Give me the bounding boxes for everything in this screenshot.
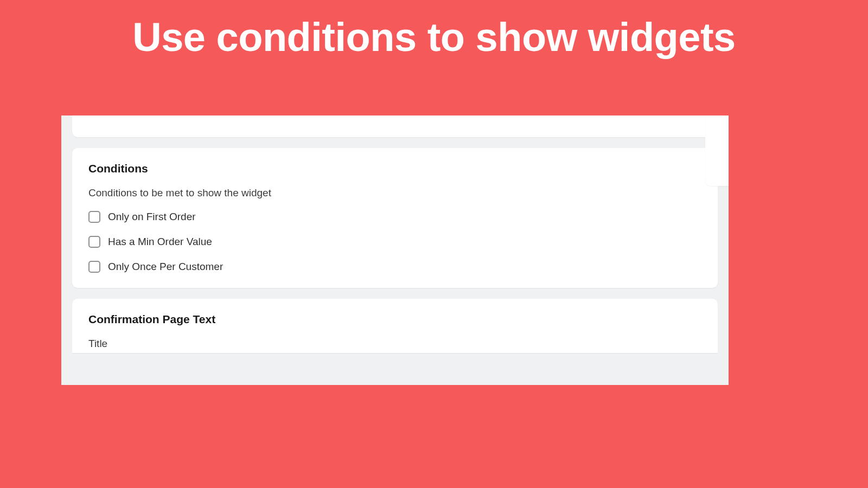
confirmation-heading: Confirmation Page Text: [88, 313, 701, 326]
condition-row-min-order: Has a Min Order Value: [88, 236, 701, 248]
page-headline: Use conditions to show widgets: [0, 0, 868, 59]
checkbox-label-first-order[interactable]: Only on First Order: [108, 211, 196, 223]
conditions-card: Conditions Conditions to be met to show …: [72, 148, 718, 288]
conditions-description: Conditions to be met to show the widget: [88, 187, 701, 199]
checkbox-label-min-order[interactable]: Has a Min Order Value: [108, 236, 212, 248]
confirmation-title-label: Title: [88, 338, 701, 350]
checkbox-first-order[interactable]: [88, 211, 100, 223]
checkbox-label-once-per-customer[interactable]: Only Once Per Customer: [108, 261, 223, 273]
previous-card-fragment: [72, 115, 718, 137]
condition-row-once-per-customer: Only Once Per Customer: [88, 261, 701, 273]
settings-panel-viewport: Conditions Conditions to be met to show …: [61, 115, 729, 385]
conditions-heading: Conditions: [88, 162, 701, 175]
checkbox-once-per-customer[interactable]: [88, 261, 100, 273]
confirmation-card: Confirmation Page Text Title: [72, 299, 718, 353]
condition-row-first-order: Only on First Order: [88, 211, 701, 223]
side-card-fragment: [705, 115, 729, 186]
checkbox-min-order[interactable]: [88, 236, 100, 248]
